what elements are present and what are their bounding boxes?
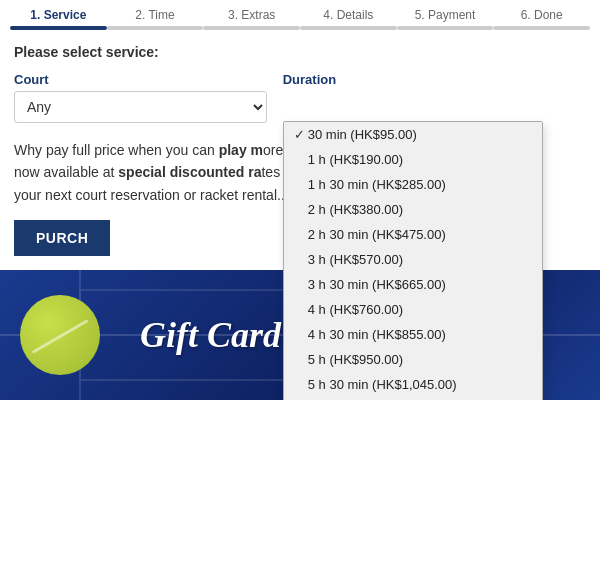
duration-option-4[interactable]: 2 h 30 min (HK$475.00) <box>284 222 542 247</box>
duration-group: Duration ✓ 30 min (HK$95.00) 1 h (HK$190… <box>283 72 586 91</box>
duration-option-0[interactable]: ✓ 30 min (HK$95.00) <box>284 122 542 147</box>
duration-option-9[interactable]: 5 h (HK$950.00) <box>284 347 542 372</box>
main-content: Please select service: Court Any Duratio… <box>0 30 600 256</box>
check-icon <box>294 277 308 292</box>
duration-option-8[interactable]: 4 h 30 min (HK$855.00) <box>284 322 542 347</box>
promo-text1: Why pay full price when you can <box>14 142 219 158</box>
duration-option-2[interactable]: 1 h 30 min (HK$285.00) <box>284 172 542 197</box>
tennis-ball <box>20 295 100 375</box>
promo-highlight2: special discounted ra <box>118 164 261 180</box>
court-select[interactable]: Any <box>14 91 267 123</box>
step-line-service <box>10 26 107 30</box>
form-row: Court Any Duration ✓ 30 min (HK$95.00) 1… <box>14 72 586 123</box>
step-line-time <box>107 26 204 30</box>
check-icon <box>294 202 308 217</box>
court-label: Court <box>14 72 267 87</box>
progress-bar: 1. Service 2. Time 3. Extras 4. Details … <box>0 0 600 30</box>
duration-option-5[interactable]: 3 h (HK$570.00) <box>284 247 542 272</box>
duration-option-6[interactable]: 3 h 30 min (HK$665.00) <box>284 272 542 297</box>
promo-highlight1: play m <box>219 142 263 158</box>
check-icon: ✓ <box>294 127 308 142</box>
step-done[interactable]: 6. Done <box>493 8 590 30</box>
check-icon <box>294 302 308 317</box>
court-group: Court Any <box>14 72 267 123</box>
promo-text2: now available at <box>14 164 118 180</box>
check-icon <box>294 377 308 392</box>
step-extras[interactable]: 3. Extras <box>203 8 300 30</box>
check-icon <box>294 177 308 192</box>
check-icon <box>294 152 308 167</box>
step-details[interactable]: 4. Details <box>300 8 397 30</box>
duration-label: Duration <box>283 72 586 87</box>
step-line-details <box>300 26 397 30</box>
step-service[interactable]: 1. Service <box>10 8 107 30</box>
duration-option-1[interactable]: 1 h (HK$190.00) <box>284 147 542 172</box>
step-line-payment <box>397 26 494 30</box>
please-select-label: Please select service: <box>14 44 586 60</box>
duration-option-10[interactable]: 5 h 30 min (HK$1,045.00) <box>284 372 542 397</box>
duration-dropdown[interactable]: ✓ 30 min (HK$95.00) 1 h (HK$190.00) 1 h … <box>283 121 543 400</box>
check-icon <box>294 327 308 342</box>
step-time[interactable]: 2. Time <box>107 8 204 30</box>
purchase-button[interactable]: PURCH <box>14 220 110 256</box>
duration-option-11[interactable]: 6 h (HK$1,140.00) <box>284 397 542 400</box>
step-payment[interactable]: 5. Payment <box>397 8 494 30</box>
step-line-done <box>493 26 590 30</box>
step-line-extras <box>203 26 300 30</box>
check-icon <box>294 227 308 242</box>
check-icon <box>294 352 308 367</box>
duration-option-7[interactable]: 4 h (HK$760.00) <box>284 297 542 322</box>
promo-text3: your next court reservation or racket re <box>14 187 254 203</box>
check-icon <box>294 252 308 267</box>
duration-option-3[interactable]: 2 h (HK$380.00) <box>284 197 542 222</box>
